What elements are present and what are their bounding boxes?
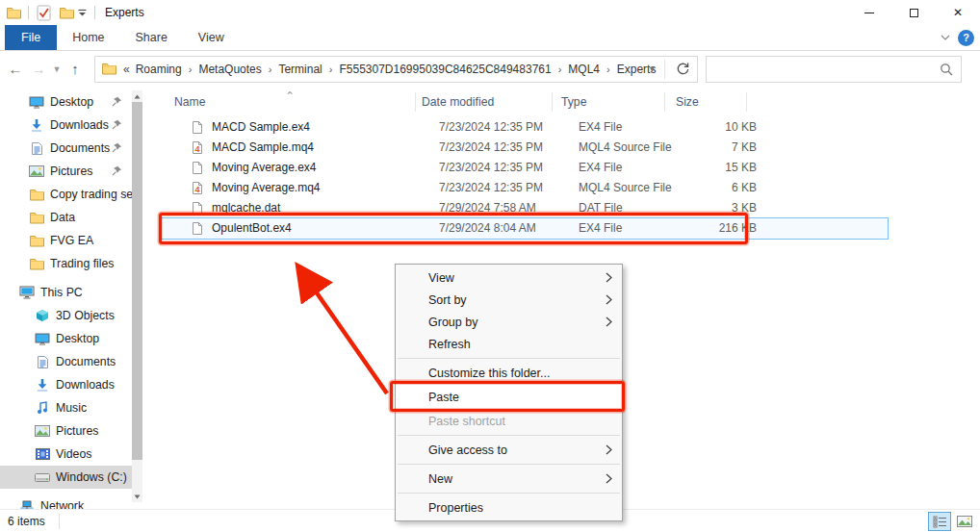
refresh-icon[interactable] (676, 62, 690, 76)
address-dropdown-icon[interactable]: ▼ (648, 64, 657, 74)
sidebar-item-this-pc[interactable]: This PC (0, 281, 132, 304)
column-divider[interactable] (664, 92, 665, 112)
svg-text:4: 4 (194, 185, 199, 194)
tab-view[interactable]: View (183, 25, 240, 50)
sidebar-item-trading-files[interactable]: Trading files (0, 252, 132, 275)
scrollbar-thumb[interactable] (132, 102, 142, 460)
sidebar-item-downloads[interactable]: Downloads (0, 114, 132, 137)
column-divider[interactable] (415, 92, 416, 112)
menu-item-properties[interactable]: Properties (396, 496, 622, 519)
tab-file[interactable]: File (5, 25, 57, 50)
search-input[interactable] (706, 56, 962, 83)
folder-icon[interactable] (58, 4, 75, 21)
breadcrumb-item[interactable]: Roaming (134, 63, 184, 76)
maximize-button[interactable] (891, 0, 936, 25)
column-header-type[interactable]: Type (561, 95, 586, 109)
breadcrumb-item[interactable]: MQL4 (566, 63, 602, 76)
up-button[interactable]: ↑ (64, 58, 87, 81)
breadcrumb[interactable]: « Roaming›MetaQuotes›Terminal›F555307D16… (94, 56, 698, 83)
qat-dropdown-icon[interactable] (75, 4, 89, 21)
pin-icon (112, 165, 122, 176)
file-type: EX4 File (579, 120, 622, 134)
file-row-macd-sample-mq4[interactable]: 4MACD Sample.mq47/23/2024 12:35 PMMQL4 S… (160, 138, 888, 158)
breadcrumb-separator-icon[interactable]: › (324, 63, 338, 75)
file-row-moving-average-ex4[interactable]: Moving Average.ex47/23/2024 12:35 PMEX4 … (160, 158, 888, 178)
sidebar-item-windows-c-[interactable]: Windows (C:) (0, 466, 132, 489)
file-row-opulentbot-ex4[interactable]: OpulentBot.ex47/29/2024 8:04 AMEX4 File2… (160, 218, 888, 239)
forward-button[interactable]: → (27, 58, 50, 81)
menu-item-customize-this-folder-[interactable]: Customize this folder... (396, 362, 622, 384)
sidebar-item-fvg-ea[interactable]: FVG EA (0, 229, 132, 252)
scroll-up-icon[interactable] (132, 90, 142, 102)
details-view-button[interactable] (928, 512, 951, 531)
sidebar-item-desktop[interactable]: Desktop (0, 90, 132, 114)
folder-icon (100, 61, 117, 78)
videos-icon (35, 446, 50, 462)
sidebar-item-pictures[interactable]: Pictures (0, 160, 132, 183)
breadcrumb-item[interactable]: Terminal (276, 63, 323, 76)
history-dropdown-icon[interactable]: ▼ (50, 58, 64, 81)
sidebar-item-documents[interactable]: Documents (0, 137, 132, 160)
file-row-moving-average-mq4[interactable]: 4Moving Average.mq47/23/2024 12:35 PMMQL… (160, 178, 888, 198)
breadcrumb-separator-icon[interactable]: › (264, 63, 277, 75)
breadcrumb-separator-icon[interactable]: › (602, 63, 615, 75)
file-size: 6 KB (641, 181, 757, 194)
tab-share[interactable]: Share (120, 25, 183, 50)
ribbon-expand-chevron-icon[interactable] (941, 35, 950, 40)
submenu-chevron-icon (606, 272, 612, 283)
address-divider (664, 60, 665, 79)
minimize-button[interactable] (847, 0, 891, 25)
thumbnails-view-button[interactable] (953, 512, 976, 531)
file-name: mqlcache.dat (212, 201, 280, 215)
menu-item-give-access-to[interactable]: Give access to (396, 439, 622, 461)
file-name: OpulentBot.ex4 (212, 221, 292, 235)
pictures-icon (35, 423, 50, 439)
menu-item-group-by[interactable]: Group by (396, 311, 622, 333)
file-row-mqlcache-dat[interactable]: mqlcache.dat7/29/2024 7:58 AMDAT File3 K… (160, 198, 888, 218)
menu-item-new[interactable]: New (396, 468, 622, 490)
column-header-date[interactable]: Date modified (422, 95, 494, 109)
tab-home[interactable]: Home (57, 25, 119, 50)
titlebar-separator (28, 6, 29, 19)
breadcrumb-separator-icon[interactable]: › (184, 63, 197, 75)
menu-item-sort-by[interactable]: Sort by (396, 289, 622, 311)
sidebar-item-label: Trading files (50, 257, 115, 270)
column-headers: ⌃ Name Date modified Type Size (142, 90, 980, 114)
menu-item-label: Refresh (428, 338, 471, 351)
column-divider[interactable] (552, 92, 553, 112)
back-button[interactable]: ← (4, 58, 27, 81)
column-divider[interactable] (746, 92, 747, 112)
close-button[interactable]: ✕ (936, 0, 980, 25)
sidebar-item-copy-trading-set[interactable]: Copy trading set (0, 183, 132, 206)
minimize-icon (864, 13, 874, 13)
pictures-icon (29, 164, 44, 179)
sidebar-item-desktop[interactable]: Desktop (0, 327, 132, 350)
sidebar-item-network[interactable]: Network (0, 494, 132, 509)
file-row-macd-sample-ex4[interactable]: MACD Sample.ex47/23/2024 12:35 PMEX4 Fil… (160, 117, 888, 138)
sidebar-item-downloads[interactable]: Downloads (0, 373, 132, 396)
documents-icon (35, 354, 50, 369)
menu-item-refresh[interactable]: Refresh (396, 333, 622, 355)
sidebar-item-videos[interactable]: Videos (0, 443, 132, 466)
column-header-size[interactable]: Size (676, 95, 699, 109)
breadcrumb-overflow[interactable]: « (117, 63, 134, 76)
sidebar-item-music[interactable]: Music (0, 396, 132, 419)
sidebar-scrollbar[interactable] (132, 90, 142, 502)
file-icon (192, 120, 203, 135)
breadcrumb-item[interactable]: F555307D16995039C84625C849483761 (337, 63, 553, 76)
menu-item-paste[interactable]: Paste (396, 384, 622, 410)
sidebar-item-pictures[interactable]: Pictures (0, 419, 132, 443)
scroll-down-icon[interactable] (132, 491, 142, 502)
column-header-name[interactable]: Name (174, 95, 206, 109)
sidebar-item-data[interactable]: Data (0, 206, 132, 229)
check-box-icon[interactable] (35, 4, 52, 21)
search-icon (940, 63, 953, 76)
breadcrumb-separator-icon[interactable]: › (554, 63, 567, 75)
breadcrumb-item[interactable]: MetaQuotes (196, 63, 263, 76)
help-button[interactable]: ? (958, 30, 974, 46)
sidebar-item-documents[interactable]: Documents (0, 350, 132, 373)
ribbon-tab-bar: FileHomeShareView (0, 25, 980, 51)
maximize-icon (910, 9, 918, 17)
menu-item-view[interactable]: View (396, 266, 622, 289)
sidebar-item-3d-objects[interactable]: 3D Objects (0, 304, 132, 327)
